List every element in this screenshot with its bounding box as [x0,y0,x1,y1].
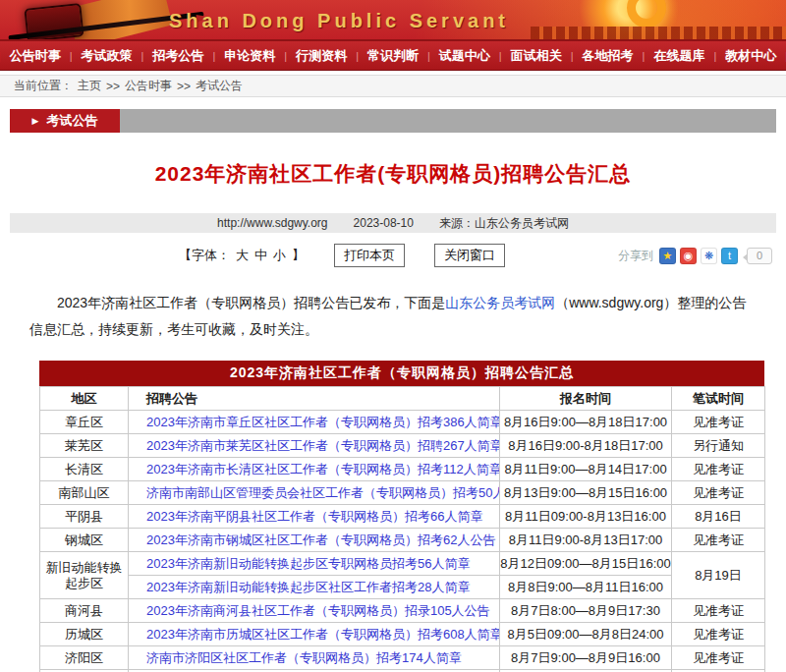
announcement-link[interactable]: 2023年济南市历城区社区工作者（专职网格员）招考608人简章 [146,627,500,642]
table-row: 钢城区 2023年济南市钢城区社区工作者（专职网格员）招考62人公告 8月11日… [40,529,765,552]
announcement-link[interactable]: 2023年济南平阴县社区工作者（专职网格员）招考66人简章 [146,509,482,524]
announcement-link[interactable]: 2023年济南新旧动能转换起步区社区工作者招考28人简章 [146,580,470,594]
section-bar: ▶ 考试公告 [10,109,776,133]
announcement-link[interactable]: 2023年济南市钢城区社区工作者（专职网格员）招考62人公告 [146,532,495,547]
nav-item-textbook-center[interactable]: 教材中心 [716,47,785,65]
registration-time-cell: 8月7日9:00—8月9日16:00 [500,646,672,670]
breadcrumb-exam-notice[interactable]: 考试公告 [196,78,243,94]
nav-item-exam-policy[interactable]: 考试政策 [73,47,141,65]
close-window-button[interactable]: 关闭窗口 [434,244,505,267]
announcement-link[interactable]: 济南市济阳区社区工作者（专职网格员）招考174人简章 [146,650,462,665]
print-page-button[interactable]: 打印本页 [334,244,405,267]
announcement-link[interactable]: 2023年济南新旧动能转换起步区专职网格员招考56人简章 [146,556,470,571]
nav-item-question-center[interactable]: 试题中心 [430,47,499,65]
table-header-row: 地区 招聘公告 报名时间 笔试时间 [40,387,765,411]
nav-item-recruit-notice[interactable]: 招考公告 [143,47,212,65]
font-size-large[interactable]: 大 [236,247,249,264]
font-size-small[interactable]: 小 [273,247,286,264]
article-source-url: http://www.sdgwy.org [217,216,328,230]
registration-time-cell: 8月11日9:00—8月14日17:00 [500,458,672,481]
exam-time-cell: 见准考证 [672,599,765,623]
article-meta-bar: http://www.sdgwy.org 2023-08-10 来源：山东公务员… [10,213,776,233]
main-navigation: 网站首页 | 公告时事 | 考试政策 | 招考公告 | 申论资料 | 行测资料 … [0,41,786,71]
column-header-announcement: 招聘公告 [129,387,500,411]
table-row: 商河县 2023年济南商河县社区工作者（专职网格员）招录105人公告 8月7日8… [40,599,765,623]
breadcrumb-label: 当前位置： [14,78,73,94]
region-cell: 历城区 [40,623,129,646]
font-size-medium[interactable]: 中 [254,247,267,264]
font-size-prefix: 【字体： [179,247,230,264]
table-row: 南部山区 济南市南部山区管理委员会社区工作者（专职网格员）招考50人 8月13日… [40,481,765,505]
exam-time-cell: 见准考证 [672,411,765,434]
qzone-share-icon[interactable]: ★ [659,248,676,264]
table-row: 新旧动能转换起步区 2023年济南新旧动能转换起步区专职网格员招考56人简章 8… [40,552,765,576]
nav-item-essay-materials[interactable]: 申论资料 [215,47,284,65]
baidu-share-icon[interactable]: ❋ [701,248,717,264]
nav-item-online-question-bank[interactable]: 在线题库 [645,47,713,65]
exam-time-cell: 8月19日 [672,552,765,599]
exam-time-cell: 8月16日 [672,505,765,529]
registration-time-cell: 8月16日9:00—8月18日17:00 [500,411,672,434]
announcement-link[interactable]: 2023年济南商河县社区工作者（专职网格员）招录105人公告 [146,603,490,618]
exam-time-cell: 另行通知 [672,434,765,458]
font-size-controls: 【字体： 大 中 小 】 [179,247,305,264]
breadcrumb-separator: >> [177,80,191,93]
exam-time-cell: 见准考证 [672,481,765,505]
share-label: 分享到 [618,248,653,264]
sdgwy-link[interactable]: 山东公务员考试网 [445,295,555,310]
registration-time-cell: 8月13日9:00—8月15日16:00 [500,481,672,505]
table-row: 平阴县 2023年济南平阴县社区工作者（专职网格员）招考66人简章 8月11日0… [40,505,765,529]
table-row: 章丘区 2023年济南市章丘区社区工作者（专职网格员）招考386人简章 8月16… [40,411,765,434]
site-banner: Shan Dong Public Servant [0,0,786,41]
region-cell: 平阴县 [40,505,129,529]
exam-time-cell: 见准考证 [672,623,765,646]
announcement-link[interactable]: 2023年济南市章丘区社区工作者（专职网格员）招考386人简章 [146,415,500,429]
region-cell: 钢城区 [40,529,129,552]
breadcrumb-home[interactable]: 主页 [78,78,101,94]
nav-item-common-knowledge[interactable]: 常识判断 [359,47,427,65]
region-cell: 商河县 [40,599,129,623]
announcement-link[interactable]: 2023年济南市莱芜区社区工作者（专职网格员）招聘267人简章 [146,438,500,453]
section-tab-label: 考试公告 [46,112,97,130]
font-size-suffix: 】 [292,247,305,264]
table-row: 2023年济南新旧动能转换起步区社区工作者招考28人简章 8月8日9:00—8月… [40,576,765,599]
announcement-link[interactable]: 2023年济南市长清区社区工作者（专职网格员）招考112人简章 [146,462,500,476]
nav-item-aptitude-materials[interactable]: 行测资料 [287,47,356,65]
announcement-table: 地区 招聘公告 报名时间 笔试时间 章丘区 2023年济南市章丘区社区工作者（专… [39,386,765,672]
registration-time-cell: 8月7日8:00—8月9日17:30 [500,599,672,623]
announcement-link[interactable]: 济南市南部山区管理委员会社区工作者（专职网格员）招考50人 [146,485,500,500]
registration-time-cell: 8月8日9:00—8月11日16:00 [500,576,672,599]
paragraph-text: 2023年济南社区工作者（专职网格员）招聘公告已发布，下面是 [57,295,445,310]
region-cell: 莱芜区 [40,434,129,458]
nav-item-regional-recruit[interactable]: 各地招考 [574,47,643,65]
breadcrumb-announcements[interactable]: 公告时事 [125,78,172,94]
nav-item-announcements[interactable]: 公告时事 [1,47,70,65]
region-cell: 章丘区 [40,411,129,434]
nav-item-interview[interactable]: 面试相关 [502,47,571,65]
region-cell: 南部山区 [40,481,129,505]
article-date: 2023-08-10 [354,216,414,230]
site-title: Shan Dong Public Servant [0,10,678,32]
registration-time-cell: 8月11日9:00-8月13日17:00 [500,529,672,552]
registration-time-cell: 8月16日9:00-8月18日17:00 [500,434,672,458]
breadcrumb: 当前位置： 主页 >> 公告时事 >> 考试公告 [0,75,786,97]
column-header-registration-time: 报名时间 [500,387,672,411]
registration-time-cell: 8月5日09:00—8月8日24:00 [500,623,672,646]
exam-time-cell: 见准考证 [672,646,765,670]
column-header-region: 地区 [40,387,129,411]
arrow-right-icon: ▶ [32,116,39,126]
share-bar: 分享到 ★ ◉ ❋ t 0 [618,248,772,264]
column-header-exam-time: 笔试时间 [672,387,765,411]
tab-exam-notice[interactable]: ▶ 考试公告 [10,109,120,133]
announcement-table-section: 2023年济南社区工作者（专职网格员）招聘公告汇总 地区 招聘公告 报名时间 笔… [39,361,764,672]
page-title: 2023年济南社区工作者(专职网格员)招聘公告汇总 [0,160,786,188]
table-row: 济阳区 济南市济阳区社区工作者（专职网格员）招考174人简章 8月7日9:00—… [40,646,765,670]
weibo-share-icon[interactable]: ◉ [680,248,697,264]
table-title: 2023年济南社区工作者（专职网格员）招聘公告汇总 [39,361,764,386]
tencent-weibo-share-icon[interactable]: t [721,248,738,264]
article-paragraph: 2023年济南社区工作者（专职网格员）招聘公告已发布，下面是山东公务员考试网（w… [29,290,757,343]
exam-time-cell: 见准考证 [672,529,765,552]
region-cell: 济阳区 [40,646,129,670]
registration-time-cell: 8月11日09:00-8月13日16:00 [500,505,672,529]
article-source: 来源：山东公务员考试网 [439,215,569,232]
